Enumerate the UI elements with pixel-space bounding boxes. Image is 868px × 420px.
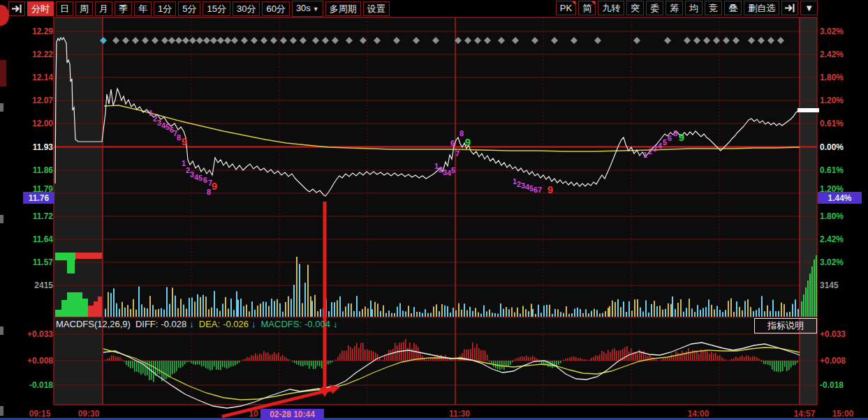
svg-text:5: 5 (451, 166, 455, 174)
svg-text:9: 9 (182, 135, 187, 147)
macd-indicator-header: MACDFS(12,26,9) DIFF: -0.028 ↓ DEA: -0.0… (56, 319, 337, 329)
dea-label: DEA: (199, 319, 220, 329)
cursor-pct-label: 1.44% (818, 192, 862, 204)
diff-label: DIFF: (135, 319, 159, 329)
svg-text:9: 9 (679, 131, 684, 143)
svg-text:4: 4 (658, 142, 663, 150)
diff-value: -0.028 (161, 319, 186, 329)
svg-text:8: 8 (177, 133, 181, 142)
indicator-help-button[interactable]: 指标说明 (754, 318, 817, 333)
macdfs-value: -0.004 (304, 319, 330, 329)
chart-canvas[interactable]: 1234567891234567891234567891234567912345… (0, 0, 868, 420)
cursor-time-label: 02-28 10:44 (260, 409, 324, 420)
svg-text:9: 9 (547, 183, 553, 195)
svg-text:1: 1 (643, 151, 647, 159)
svg-text:8: 8 (459, 129, 464, 137)
svg-text:8: 8 (673, 129, 677, 137)
svg-text:7: 7 (455, 149, 459, 158)
macdfs-label: MACDFS: (261, 319, 302, 329)
stock-chart-window: 分时日周月季年1分5分15分30分60分30s▼多周期设置 PK简九转突委筹均竞… (0, 0, 868, 420)
cursor-price-label: 11.76 (23, 192, 54, 204)
svg-text:3: 3 (653, 144, 657, 153)
svg-text:7: 7 (538, 186, 542, 194)
svg-text:6: 6 (668, 134, 672, 142)
svg-text:5: 5 (198, 174, 203, 182)
dea-value: -0.026 (223, 319, 249, 329)
macd-name: MACDFS(12,26,9) (56, 319, 131, 329)
svg-text:2: 2 (648, 147, 652, 156)
dea-down-arrow-icon: ↓ (251, 319, 256, 329)
svg-text:5: 5 (663, 138, 667, 147)
macdfs-down-arrow-icon: ↓ (333, 319, 338, 329)
svg-text:9: 9 (465, 136, 471, 148)
diff-down-arrow-icon: ↓ (189, 319, 194, 329)
svg-text:9: 9 (212, 180, 217, 192)
svg-text:8: 8 (207, 188, 211, 196)
svg-text:6: 6 (203, 176, 207, 184)
svg-text:6: 6 (450, 139, 455, 147)
